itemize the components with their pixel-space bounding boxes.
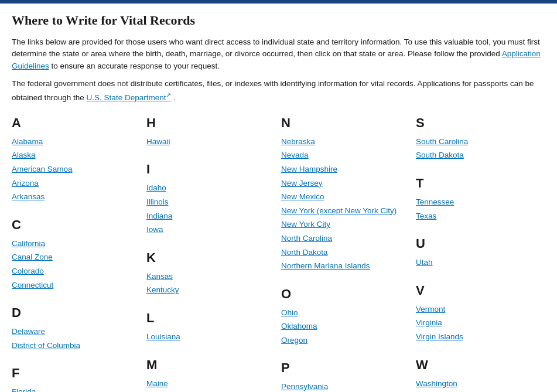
link-illinois[interactable]: Illinois (146, 196, 275, 209)
link-texas[interactable]: Texas (416, 210, 545, 223)
section-letter-v: V (416, 283, 545, 298)
section-letter-a: A (12, 115, 141, 131)
link-district-of-columbia[interactable]: District of Columbia (12, 339, 141, 352)
section-i: IIdahoIllinoisIndianaIowa (146, 162, 275, 236)
section-p: PPennsylvaniaPuerto Rico (281, 360, 410, 392)
section-k: KKansasKentucky (146, 250, 275, 296)
link-indiana[interactable]: Indiana (146, 210, 275, 223)
section-links-i: IdahoIllinoisIndianaIowa (146, 182, 275, 236)
link-north-carolina[interactable]: North Carolina (281, 232, 410, 245)
link-maine[interactable]: Maine (146, 377, 275, 390)
link-california[interactable]: California (12, 237, 141, 250)
link-virginia[interactable]: Virginia (416, 316, 545, 329)
link-delaware[interactable]: Delaware (12, 325, 141, 338)
link-new-york-city[interactable]: New York City (281, 218, 410, 231)
section-letter-n: N (281, 115, 410, 131)
link-florida[interactable]: Florida (12, 386, 141, 392)
link-alabama[interactable]: Alabama (12, 135, 141, 148)
section-links-a: AlabamaAlaskaAmerican SamoaArizonaArkans… (12, 135, 141, 203)
link-northern-mariana-islands[interactable]: Northern Mariana Islands (281, 260, 410, 272)
link-tennessee[interactable]: Tennessee (416, 196, 545, 209)
link-arizona[interactable]: Arizona (12, 177, 141, 190)
link-virgin-islands[interactable]: Virgin Islands (416, 330, 545, 343)
section-letter-o: O (281, 287, 410, 302)
section-letter-p: P (281, 360, 410, 376)
section-letter-w: W (416, 357, 545, 373)
section-f: FFloridaForeign or high-seas events (12, 366, 141, 392)
main-grid: AAlabamaAlaskaAmerican SamoaArizonaArkan… (12, 115, 545, 392)
link-canal-zone[interactable]: Canal Zone (12, 251, 141, 264)
link-new-hampshire[interactable]: New Hampshire (281, 163, 410, 176)
section-a: AAlabamaAlaskaAmerican SamoaArizonaArkan… (12, 115, 141, 203)
section-letter-m: M (146, 357, 275, 373)
link-connecticut[interactable]: Connecticut (12, 279, 141, 292)
section-w: WWashingtonWest VirginiaWisconsinWyoming (416, 357, 545, 393)
section-letter-k: K (146, 250, 275, 265)
link-utah[interactable]: Utah (416, 256, 545, 269)
column-3: SSouth CarolinaSouth DakotaTTennesseeTex… (416, 115, 551, 392)
link-washington[interactable]: Washington (416, 377, 545, 390)
intro-text-2: to ensure an accurate response to your r… (49, 62, 220, 70)
section-links-k: KansasKentucky (146, 270, 275, 296)
page-title: Where to Write for Vital Records (12, 13, 545, 28)
link-american-samoa[interactable]: American Samoa (12, 163, 141, 176)
column-2: NNebraskaNevadaNew HampshireNew JerseyNe… (281, 115, 416, 392)
link-north-dakota[interactable]: North Dakota (281, 246, 410, 259)
section-letter-h: H (146, 115, 275, 131)
link-arkansas[interactable]: Arkansas (12, 190, 141, 203)
link-pennsylvania[interactable]: Pennsylvania (281, 380, 410, 392)
section-letter-i: I (146, 162, 275, 177)
section-letter-s: S (416, 115, 545, 131)
section-c: CCaliforniaCanal ZoneColoradoConnecticut (12, 217, 141, 291)
section-links-d: DelawareDistrict of Columbia (12, 325, 141, 352)
section-s: SSouth CarolinaSouth Dakota (416, 115, 545, 162)
section-o: OOhioOklahomaOregon (281, 287, 410, 347)
link-nevada[interactable]: Nevada (281, 149, 410, 162)
section-n: NNebraskaNevadaNew HampshireNew JerseyNe… (281, 115, 410, 272)
link-new-jersey[interactable]: New Jersey (281, 177, 410, 190)
section-letter-u: U (416, 236, 545, 251)
link-new-york-except-new-york-city[interactable]: New York (except New York City) (281, 204, 410, 217)
link-colorado[interactable]: Colorado (12, 265, 141, 278)
section-letter-f: F (12, 366, 141, 381)
section-links-w: WashingtonWest VirginiaWisconsinWyoming (416, 377, 545, 393)
link-ohio[interactable]: Ohio (281, 306, 410, 319)
section-links-c: CaliforniaCanal ZoneColoradoConnecticut (12, 237, 141, 291)
section-v: VVermontVirginiaVirgin Islands (416, 283, 545, 343)
section-links-h: Hawaii (146, 135, 275, 148)
link-south-carolina[interactable]: South Carolina (416, 135, 545, 148)
link-new-mexico[interactable]: New Mexico (281, 190, 410, 203)
section-links-p: PennsylvaniaPuerto Rico (281, 380, 410, 392)
section-h: HHawaii (146, 115, 275, 148)
link-oregon[interactable]: Oregon (281, 334, 410, 347)
link-louisiana[interactable]: Louisiana (146, 330, 275, 343)
section-l: LLouisiana (146, 311, 275, 343)
link-oklahoma[interactable]: Oklahoma (281, 320, 410, 333)
state-department-link[interactable]: U.S. State Department↗ (87, 93, 172, 102)
column-1: HHawaiiIIdahoIllinoisIndianaIowaKKansasK… (146, 115, 281, 392)
link-south-dakota[interactable]: South Dakota (416, 149, 545, 162)
link-nebraska[interactable]: Nebraska (281, 135, 410, 148)
link-idaho[interactable]: Idaho (146, 182, 275, 195)
page-content: Where to Write for Vital Records The lin… (0, 4, 557, 392)
section-links-u: Utah (416, 256, 545, 269)
section-links-t: TennesseeTexas (416, 196, 545, 222)
link-iowa[interactable]: Iowa (146, 223, 275, 236)
section-u: UUtah (416, 236, 545, 269)
section-links-l: Louisiana (146, 330, 275, 343)
column-0: AAlabamaAlaskaAmerican SamoaArizonaArkan… (12, 115, 146, 392)
section-letter-t: T (416, 176, 545, 191)
intro-paragraph: The links below are provided for those u… (12, 36, 545, 72)
link-vermont[interactable]: Vermont (416, 303, 545, 316)
link-kansas[interactable]: Kansas (146, 270, 275, 283)
section-d: DDelawareDistrict of Columbia (12, 305, 141, 352)
link-kentucky[interactable]: Kentucky (146, 284, 275, 296)
link-hawaii[interactable]: Hawaii (146, 135, 275, 148)
federal-period: . (171, 93, 176, 102)
section-m: MMaineMarylandMassachusettsMichiganMinne… (146, 357, 275, 393)
federal-paragraph: The federal government does not distribu… (12, 78, 545, 104)
section-letter-l: L (146, 311, 275, 326)
section-t: TTennesseeTexas (416, 176, 545, 222)
section-links-f: FloridaForeign or high-seas events (12, 386, 141, 392)
link-alaska[interactable]: Alaska (12, 149, 141, 162)
